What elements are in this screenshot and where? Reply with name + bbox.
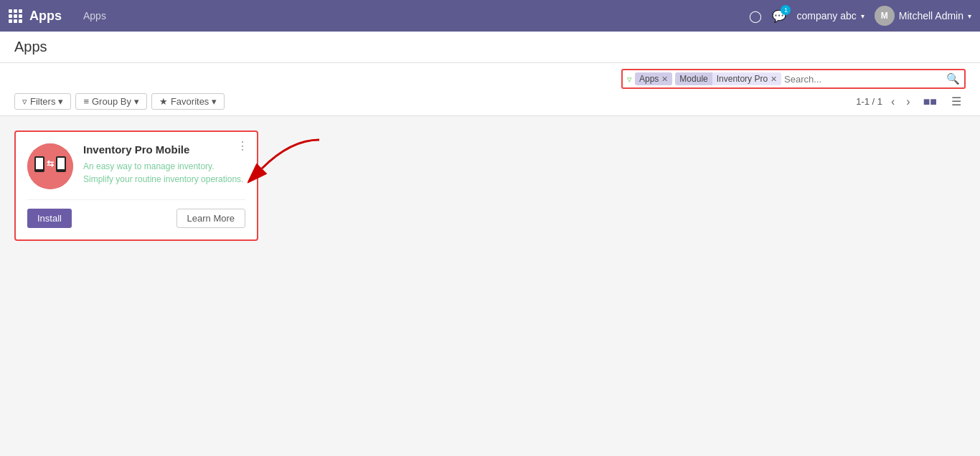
module-tag-value: Inventory Pro ✕ — [712, 72, 781, 85]
module-tag-remove[interactable]: ✕ — [771, 75, 777, 84]
filter-bar: ▿ Filters ▾ ≡ Group By ▾ ★ Favorites ▾ — [14, 93, 225, 110]
filters-button[interactable]: ▿ Filters ▾ — [14, 93, 71, 110]
favorites-button[interactable]: ★ Favorites ▾ — [151, 93, 225, 110]
favorites-caret-icon: ▾ — [212, 96, 217, 107]
company-caret-icon: ▾ — [861, 12, 864, 20]
pagination-info: 1-1 / 1 — [856, 96, 882, 107]
search-tag-apps-remove[interactable]: ✕ — [661, 75, 668, 84]
app-card-inventory-pro-mobile: ⋮ ⇆ Inven — [14, 130, 258, 241]
group-by-label: Group By — [92, 96, 131, 107]
apps-grid: ⋮ ⇆ Inven — [14, 130, 966, 241]
search-tag-apps-label: Apps — [639, 74, 659, 84]
main-content: ⋮ ⇆ Inven — [0, 116, 980, 456]
user-menu[interactable]: M Mitchell Admin ▾ — [875, 6, 971, 26]
navbar-title: Apps — [29, 9, 62, 24]
filter-bar-right: 1-1 / 1 ‹ › ■■ ☰ — [856, 93, 966, 110]
search-tag-module: Module Inventory Pro ✕ — [675, 72, 781, 85]
group-by-button[interactable]: ≡ Group By ▾ — [75, 93, 147, 110]
module-tag-value-text: Inventory Pro — [717, 74, 768, 84]
search-bar[interactable]: ▿ Apps ✕ Module Inventory Pro ✕ 🔍 — [621, 69, 966, 89]
navbar-right: ◯ 💬 1 company abc ▾ M Mitchell Admin ▾ — [749, 6, 971, 26]
pagination-next-button[interactable]: › — [903, 94, 913, 110]
filter-funnel-icon: ▿ — [627, 74, 632, 85]
svg-rect-4 — [57, 158, 65, 169]
app-description: An easy way to manage inventory. Simplif… — [83, 160, 245, 186]
app-card-menu-icon[interactable]: ⋮ — [237, 141, 248, 152]
group-by-caret-icon: ▾ — [134, 96, 139, 107]
module-tag-key-label: Module — [675, 72, 712, 85]
search-input[interactable] — [784, 74, 905, 85]
message-icon[interactable]: 💬 1 — [772, 9, 786, 23]
search-magnifier-icon[interactable]: 🔍 — [946, 72, 960, 85]
filters-caret-icon: ▾ — [58, 96, 63, 107]
grid-view-button[interactable]: ■■ — [919, 94, 941, 110]
search-tag-apps: Apps ✕ — [635, 72, 672, 85]
list-view-button[interactable]: ☰ — [947, 93, 966, 110]
grid-menu-icon[interactable] — [9, 9, 22, 23]
install-button[interactable]: Install — [27, 209, 72, 228]
group-by-lines-icon: ≡ — [83, 96, 89, 107]
user-caret-icon: ▾ — [968, 12, 971, 20]
star-icon: ★ — [159, 96, 168, 107]
learn-more-button[interactable]: Learn More — [176, 209, 245, 228]
navbar-left: Apps Apps — [9, 9, 106, 24]
user-name: Mitchell Admin — [899, 10, 963, 22]
app-card-actions: Install Learn More — [27, 199, 245, 228]
svg-rect-2 — [36, 158, 43, 169]
navbar-breadcrumb: Apps — [83, 10, 106, 22]
app-card-top: ⇆ Inventory Pro Mobile An easy way to ma… — [27, 143, 245, 189]
page-title: Apps — [14, 39, 47, 54]
pagination-prev-button[interactable]: ‹ — [888, 94, 897, 110]
message-badge: 1 — [781, 5, 791, 15]
favorites-label: Favorites — [171, 96, 209, 107]
avatar: M — [875, 6, 895, 26]
filter-icon: ▿ — [22, 96, 27, 107]
svg-text:⇆: ⇆ — [47, 158, 54, 168]
company-name: company abc — [796, 10, 856, 22]
app-info: Inventory Pro Mobile An easy way to mana… — [83, 143, 245, 186]
app-name: Inventory Pro Mobile — [83, 143, 245, 156]
filters-label: Filters — [30, 96, 55, 107]
navbar: Apps Apps ◯ 💬 1 company abc ▾ M Mitchell… — [0, 0, 980, 32]
clock-icon[interactable]: ◯ — [749, 9, 762, 23]
company-menu[interactable]: company abc ▾ — [796, 10, 864, 22]
search-area: ▿ Apps ✕ Module Inventory Pro ✕ 🔍 — [0, 63, 980, 116]
page-header: Apps — [0, 32, 980, 63]
app-icon: ⇆ — [27, 143, 73, 189]
